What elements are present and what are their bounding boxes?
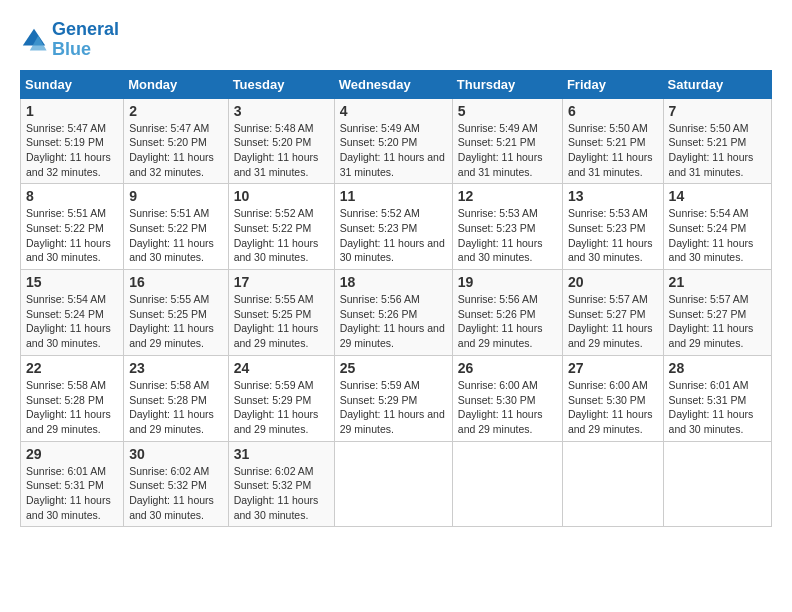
calendar-cell: 9Sunrise: 5:51 AMSunset: 5:22 PMDaylight… bbox=[124, 184, 228, 270]
calendar-cell: 30Sunrise: 6:02 AMSunset: 5:32 PMDayligh… bbox=[124, 441, 228, 527]
calendar-cell: 15Sunrise: 5:54 AMSunset: 5:24 PMDayligh… bbox=[21, 270, 124, 356]
calendar-cell bbox=[663, 441, 771, 527]
calendar-cell: 27Sunrise: 6:00 AMSunset: 5:30 PMDayligh… bbox=[562, 355, 663, 441]
calendar-cell: 8Sunrise: 5:51 AMSunset: 5:22 PMDaylight… bbox=[21, 184, 124, 270]
calendar-cell: 18Sunrise: 5:56 AMSunset: 5:26 PMDayligh… bbox=[334, 270, 452, 356]
calendar-cell: 1Sunrise: 5:47 AMSunset: 5:19 PMDaylight… bbox=[21, 98, 124, 184]
logo-icon bbox=[20, 26, 48, 54]
calendar-cell: 25Sunrise: 5:59 AMSunset: 5:29 PMDayligh… bbox=[334, 355, 452, 441]
weekday-header: Thursday bbox=[452, 70, 562, 98]
calendar-week-row: 1Sunrise: 5:47 AMSunset: 5:19 PMDaylight… bbox=[21, 98, 772, 184]
calendar-cell: 2Sunrise: 5:47 AMSunset: 5:20 PMDaylight… bbox=[124, 98, 228, 184]
calendar-cell: 23Sunrise: 5:58 AMSunset: 5:28 PMDayligh… bbox=[124, 355, 228, 441]
calendar-week-row: 29Sunrise: 6:01 AMSunset: 5:31 PMDayligh… bbox=[21, 441, 772, 527]
logo-text: General Blue bbox=[52, 20, 119, 60]
calendar-cell: 3Sunrise: 5:48 AMSunset: 5:20 PMDaylight… bbox=[228, 98, 334, 184]
calendar-cell: 16Sunrise: 5:55 AMSunset: 5:25 PMDayligh… bbox=[124, 270, 228, 356]
calendar-cell: 31Sunrise: 6:02 AMSunset: 5:32 PMDayligh… bbox=[228, 441, 334, 527]
calendar-cell: 4Sunrise: 5:49 AMSunset: 5:20 PMDaylight… bbox=[334, 98, 452, 184]
weekday-header-row: SundayMondayTuesdayWednesdayThursdayFrid… bbox=[21, 70, 772, 98]
page-header: General Blue bbox=[20, 20, 772, 60]
weekday-header: Friday bbox=[562, 70, 663, 98]
calendar-cell: 17Sunrise: 5:55 AMSunset: 5:25 PMDayligh… bbox=[228, 270, 334, 356]
calendar-cell bbox=[562, 441, 663, 527]
calendar-table: SundayMondayTuesdayWednesdayThursdayFrid… bbox=[20, 70, 772, 528]
calendar-cell: 24Sunrise: 5:59 AMSunset: 5:29 PMDayligh… bbox=[228, 355, 334, 441]
calendar-cell bbox=[452, 441, 562, 527]
weekday-header: Tuesday bbox=[228, 70, 334, 98]
calendar-cell: 12Sunrise: 5:53 AMSunset: 5:23 PMDayligh… bbox=[452, 184, 562, 270]
calendar-cell: 10Sunrise: 5:52 AMSunset: 5:22 PMDayligh… bbox=[228, 184, 334, 270]
weekday-header: Saturday bbox=[663, 70, 771, 98]
calendar-cell: 13Sunrise: 5:53 AMSunset: 5:23 PMDayligh… bbox=[562, 184, 663, 270]
calendar-week-row: 8Sunrise: 5:51 AMSunset: 5:22 PMDaylight… bbox=[21, 184, 772, 270]
weekday-header: Wednesday bbox=[334, 70, 452, 98]
calendar-cell: 11Sunrise: 5:52 AMSunset: 5:23 PMDayligh… bbox=[334, 184, 452, 270]
weekday-header: Monday bbox=[124, 70, 228, 98]
calendar-week-row: 22Sunrise: 5:58 AMSunset: 5:28 PMDayligh… bbox=[21, 355, 772, 441]
calendar-cell: 28Sunrise: 6:01 AMSunset: 5:31 PMDayligh… bbox=[663, 355, 771, 441]
calendar-cell: 5Sunrise: 5:49 AMSunset: 5:21 PMDaylight… bbox=[452, 98, 562, 184]
calendar-cell: 22Sunrise: 5:58 AMSunset: 5:28 PMDayligh… bbox=[21, 355, 124, 441]
calendar-cell: 26Sunrise: 6:00 AMSunset: 5:30 PMDayligh… bbox=[452, 355, 562, 441]
calendar-cell bbox=[334, 441, 452, 527]
calendar-cell: 14Sunrise: 5:54 AMSunset: 5:24 PMDayligh… bbox=[663, 184, 771, 270]
logo: General Blue bbox=[20, 20, 119, 60]
calendar-cell: 6Sunrise: 5:50 AMSunset: 5:21 PMDaylight… bbox=[562, 98, 663, 184]
calendar-cell: 19Sunrise: 5:56 AMSunset: 5:26 PMDayligh… bbox=[452, 270, 562, 356]
calendar-cell: 29Sunrise: 6:01 AMSunset: 5:31 PMDayligh… bbox=[21, 441, 124, 527]
calendar-week-row: 15Sunrise: 5:54 AMSunset: 5:24 PMDayligh… bbox=[21, 270, 772, 356]
calendar-cell: 20Sunrise: 5:57 AMSunset: 5:27 PMDayligh… bbox=[562, 270, 663, 356]
calendar-cell: 7Sunrise: 5:50 AMSunset: 5:21 PMDaylight… bbox=[663, 98, 771, 184]
calendar-cell: 21Sunrise: 5:57 AMSunset: 5:27 PMDayligh… bbox=[663, 270, 771, 356]
weekday-header: Sunday bbox=[21, 70, 124, 98]
